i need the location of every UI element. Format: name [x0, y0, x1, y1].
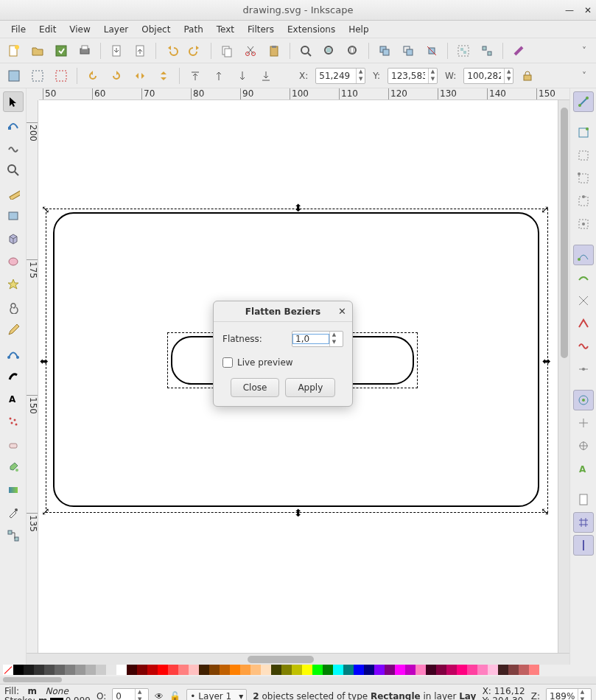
export-icon[interactable]: [130, 41, 150, 60]
snap-intersection-icon[interactable]: [573, 290, 594, 311]
menu-object[interactable]: Object: [135, 22, 177, 37]
swatch[interactable]: [178, 665, 189, 675]
menu-text[interactable]: Text: [210, 22, 241, 37]
swatch[interactable]: [508, 665, 519, 675]
handle-nw[interactable]: ⤡: [41, 203, 50, 215]
star-tool-icon[interactable]: [3, 274, 24, 295]
snap-smooth-icon[interactable]: [573, 336, 594, 357]
snap-line-midpoint-icon[interactable]: [573, 359, 594, 379]
swatch[interactable]: [209, 665, 220, 675]
new-file-icon[interactable]: [4, 41, 24, 60]
zoom-drawing-icon[interactable]: [320, 41, 339, 60]
snap-bbox-midpoint-icon[interactable]: [573, 191, 594, 211]
snap-cusp-icon[interactable]: [573, 313, 594, 334]
measure-tool-icon[interactable]: [3, 183, 24, 203]
swatch[interactable]: [312, 665, 323, 675]
swatch[interactable]: [364, 665, 374, 675]
w-input[interactable]: ▲▼: [463, 68, 513, 84]
swatch[interactable]: [65, 665, 75, 675]
handle-s[interactable]: ⬍: [294, 507, 303, 519]
node-tool-icon[interactable]: [3, 114, 24, 135]
dialog-close-icon[interactable]: ✕: [338, 306, 346, 317]
swatch[interactable]: [44, 665, 55, 675]
raise-top-icon[interactable]: [186, 66, 205, 85]
stroke-value[interactable]: 0,999: [66, 696, 91, 701]
dialog-title-bar[interactable]: Flatten Beziers ✕: [214, 301, 352, 322]
circle-tool-icon[interactable]: [3, 251, 24, 272]
horizontal-scrollbar[interactable]: [27, 653, 569, 665]
bucket-tool-icon[interactable]: [3, 457, 24, 477]
menu-help[interactable]: Help: [342, 22, 375, 37]
rotate-cw-icon[interactable]: [107, 66, 126, 85]
menu-view[interactable]: View: [63, 22, 97, 37]
snap-text-icon[interactable]: A: [573, 458, 594, 479]
menu-file[interactable]: File: [4, 22, 32, 37]
snap-other-icon[interactable]: [573, 390, 594, 410]
unlink-clone-icon[interactable]: [422, 41, 441, 60]
swatch[interactable]: [137, 665, 147, 675]
swatch[interactable]: [189, 665, 199, 675]
swatch[interactable]: [96, 665, 106, 675]
handle-w[interactable]: ⬌: [40, 355, 49, 367]
swatch[interactable]: [323, 665, 333, 675]
pencil-tool-icon[interactable]: [3, 320, 24, 340]
swatch[interactable]: [426, 665, 436, 675]
vertical-scrollbar[interactable]: [558, 100, 569, 653]
menu-edit[interactable]: Edit: [32, 22, 63, 37]
snap-bbox-icon[interactable]: [573, 122, 594, 143]
dropper-tool-icon[interactable]: [3, 503, 24, 523]
swatch[interactable]: [261, 665, 271, 675]
handle-ne[interactable]: ⤢: [541, 203, 550, 215]
palette-scrollbar[interactable]: [0, 676, 596, 684]
gradient-tool-icon[interactable]: [3, 480, 24, 500]
undo-icon[interactable]: [162, 41, 181, 60]
swatch[interactable]: [199, 665, 209, 675]
ungroup-icon[interactable]: [477, 41, 497, 60]
group-icon[interactable]: [454, 41, 473, 60]
spray-tool-icon[interactable]: [3, 411, 24, 432]
select-all-layers-icon[interactable]: [28, 66, 47, 85]
handle-sw[interactable]: ⤢: [41, 505, 50, 517]
snap-rotation-icon[interactable]: [573, 435, 594, 456]
redo-icon[interactable]: [186, 41, 205, 60]
snap-guide-icon[interactable]: [573, 535, 594, 556]
deselect-icon[interactable]: [52, 66, 71, 85]
paste-icon[interactable]: [264, 41, 284, 60]
cut-icon[interactable]: [241, 41, 260, 60]
swatch[interactable]: [529, 665, 539, 675]
swatch[interactable]: [488, 665, 498, 675]
swatch[interactable]: [354, 665, 364, 675]
lower-icon[interactable]: [233, 66, 252, 85]
print-icon[interactable]: [75, 41, 94, 60]
toolbar-overflow-icon[interactable]: ˅: [577, 43, 592, 58]
swatch[interactable]: [230, 665, 240, 675]
menu-layer[interactable]: Layer: [97, 22, 135, 37]
swatch[interactable]: [374, 665, 385, 675]
ruler-vertical[interactable]: 200 175 150 135: [27, 100, 38, 653]
calligraphy-tool-icon[interactable]: [3, 365, 24, 386]
layer-selector[interactable]: •Layer 1▾: [186, 689, 247, 701]
flatness-input[interactable]: ▲▼: [292, 331, 343, 347]
swatch[interactable]: [75, 665, 85, 675]
layer-lock-icon[interactable]: 🔓: [169, 691, 180, 701]
swatch[interactable]: [147, 665, 158, 675]
spiral-tool-icon[interactable]: [3, 297, 24, 318]
snap-grid-icon[interactable]: [573, 512, 594, 533]
opacity-input[interactable]: ▲▼: [112, 688, 149, 701]
duplicate-icon[interactable]: [375, 41, 394, 60]
snap-nodes-icon[interactable]: [573, 245, 594, 265]
select-all-icon[interactable]: [4, 66, 24, 85]
lock-icon[interactable]: [518, 66, 537, 85]
ruler-horizontal[interactable]: 50 60 70 80 90 100 110 120 130 140 150: [39, 88, 569, 100]
swatch[interactable]: [240, 665, 250, 675]
save-file-icon[interactable]: [52, 41, 71, 60]
flip-v-icon[interactable]: [154, 66, 173, 85]
swatch[interactable]: [416, 665, 426, 675]
zoom-tool-icon[interactable]: [3, 160, 24, 181]
minimize-icon[interactable]: —: [565, 5, 574, 15]
handle-n[interactable]: ⬍: [294, 202, 303, 214]
swatch[interactable]: [446, 665, 457, 675]
swatch[interactable]: [343, 665, 354, 675]
swatch[interactable]: [168, 665, 178, 675]
swatch[interactable]: [477, 665, 488, 675]
